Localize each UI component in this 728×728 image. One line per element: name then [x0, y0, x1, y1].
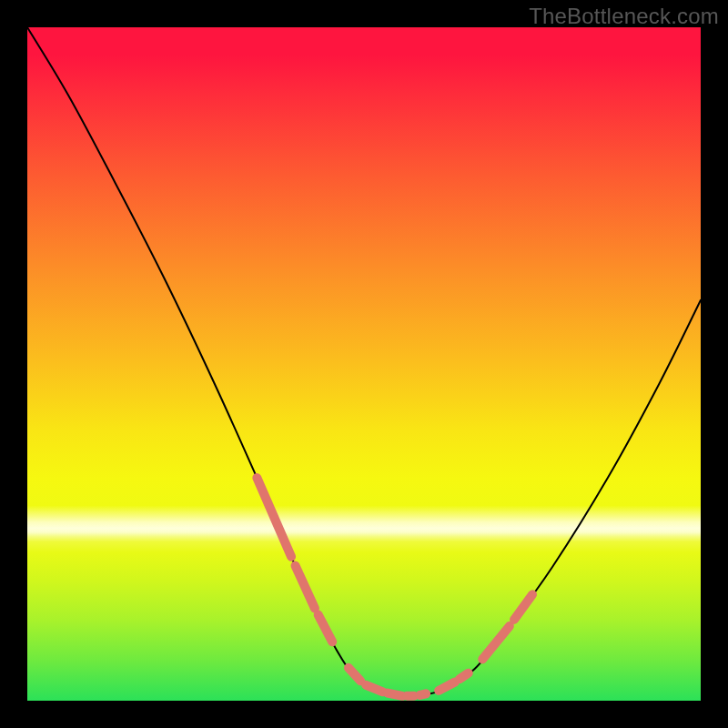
bottleneck-curve [27, 27, 701, 697]
curve-dash [349, 668, 360, 681]
curve-dash-markers [257, 478, 532, 696]
curve-dash [439, 682, 455, 691]
chart-frame: TheBottleneck.com [0, 0, 728, 728]
chart-plot-area [27, 27, 701, 701]
chart-svg [27, 27, 701, 701]
curve-dash [366, 685, 383, 692]
watermark-text: TheBottleneck.com [529, 4, 719, 29]
curve-dash [420, 693, 426, 695]
curve-dash [482, 626, 510, 659]
curve-dash [514, 594, 532, 620]
curve-dash [388, 693, 402, 696]
curve-dash [257, 478, 291, 557]
curve-dash [318, 615, 333, 642]
curve-dash [460, 673, 469, 679]
curve-dash [296, 566, 315, 609]
